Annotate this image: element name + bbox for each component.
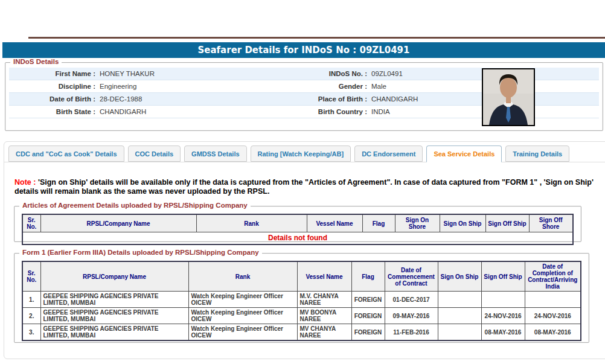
articles-of-agreement-fieldset: Articles of Agreement Details uploaded b… (14, 206, 581, 242)
tab-training-details[interactable]: Training Details (505, 145, 569, 162)
table-row: 3. GEEPEE SHIPPING AGENCIES PRIVATE LIMI… (22, 324, 581, 341)
birth-state-value: CHANDIGARH (100, 108, 287, 115)
sr-no-cell: 2. (22, 308, 40, 324)
col-flag: Flag (351, 261, 385, 292)
col-sign-on-shore: Sign On Shore (395, 214, 440, 232)
form1-details-table: Sr. No. RPSL/Company Name Rank Vessel Na… (22, 261, 581, 341)
col-sign-off-ship: Sign Off Ship (485, 214, 529, 232)
col-vessel-name: Vessel Name (307, 214, 362, 232)
tab-sea-service-details[interactable]: Sea Service Details (426, 145, 502, 162)
vessel-cell: MV CHANYA NAREE (297, 324, 351, 341)
sign-on-ship-cell (438, 292, 481, 308)
completion-cell: 08-MAY-2016 (525, 324, 581, 341)
col-rank: Rank (188, 261, 297, 292)
first-name-value: HONEY THAKUR (100, 70, 287, 77)
indos-details-legend: INDoS Details (10, 58, 62, 65)
sign-on-ship-cell (438, 308, 481, 324)
col-sign-on-ship: Sign On Ship (440, 214, 485, 232)
sign-off-ship-cell (481, 292, 525, 308)
sign-off-ship-cell: 24-NOV-2016 (481, 308, 525, 324)
flag-cell: FOREIGN (351, 308, 385, 324)
seafarer-details-page: Seafarer Details for INDoS No : 09ZL0491… (0, 0, 605, 364)
vessel-cell: MV BOONYA NAREE (297, 308, 351, 324)
col-vessel-name: Vessel Name (297, 261, 351, 292)
gender-label: Gender : (287, 83, 371, 90)
first-name-label: First Name : (9, 70, 100, 77)
discipline-label: Discipline : (9, 83, 100, 90)
sr-no-cell: 3. (22, 324, 40, 341)
dob-label: Date of Birth : (9, 95, 100, 103)
table-row: 2. GEEPEE SHIPPING AGENCIES PRIVATE LIMI… (22, 308, 581, 324)
col-flag: Flag (362, 214, 395, 232)
details-not-found-text: Details not found (22, 232, 573, 245)
rank-cell: Watch Keeping Engineer Officer OICEW (188, 292, 297, 308)
col-rpsl-company-name: RPSL/Company Name (40, 214, 196, 232)
vessel-cell: M.V. CHANYA NAREE (297, 292, 351, 308)
table-header-row: Sr. No. RPSL/Company Name Rank Vessel Na… (22, 261, 581, 292)
indos-details-fieldset: INDoS Details First Name : HONEY THAKUR … (5, 62, 603, 131)
place-of-birth-label: Place of Birth : (287, 95, 371, 103)
sign-off-ship-cell: 08-MAY-2016 (481, 324, 525, 341)
completion-cell (525, 292, 581, 308)
page-title: Seafarer Details for INDoS No : 09ZL0491 (2, 42, 605, 58)
sign-on-ship-cell (438, 324, 481, 341)
indos-no-label: INDoS No. : (287, 70, 371, 77)
table-row: 1. GEEPEE SHIPPING AGENCIES PRIVATE LIMI… (22, 292, 581, 308)
col-rank: Rank (196, 214, 307, 232)
commencement-cell: 09-MAY-2016 (385, 308, 438, 324)
company-cell: GEEPEE SHIPPING AGENCIES PRIVATE LIMITED… (40, 308, 188, 324)
tab-content-panel: CDC and "CoC as Cook" Details COC Detail… (4, 141, 605, 359)
col-date-of-commencement: Date of Commencement of Contract (385, 261, 438, 292)
col-sign-off-shore: Sign Off Shore (529, 214, 573, 232)
articles-of-agreement-legend: Articles of Agreement Details uploaded b… (19, 202, 251, 209)
table-header-row: Sr. No. RPSL/Company Name Rank Vessel Na… (22, 214, 573, 232)
form1-details-legend: Form 1 (Earlier Form IIIA) Details uploa… (19, 249, 262, 256)
col-sign-off-ship: Sign Off Ship (481, 261, 525, 292)
sr-no-cell: 1. (22, 292, 40, 308)
empty-result-row: Details not found (22, 232, 573, 245)
tab-gmdss-details[interactable]: GMDSS Details (184, 145, 246, 162)
tab-cdc-coc-cook-details[interactable]: CDC and "CoC as Cook" Details (8, 145, 124, 162)
seafarer-photo (482, 68, 535, 126)
company-cell: GEEPEE SHIPPING AGENCIES PRIVATE LIMITED… (40, 324, 188, 341)
col-sign-on-ship: Sign On Ship (438, 261, 481, 292)
col-rpsl-company-name: RPSL/Company Name (40, 261, 188, 292)
rank-cell: Watch Keeping Engineer Officer OICEW (188, 324, 297, 341)
completion-cell: 24-NOV-2016 (525, 308, 581, 324)
tab-dc-endorsement[interactable]: DC Endorsement (354, 145, 423, 162)
rank-cell: Watch Keeping Engineer Officer OICEW (188, 308, 297, 324)
flag-cell: FOREIGN (351, 292, 385, 308)
dob-value: 28-DEC-1988 (100, 95, 287, 103)
note-label: Note : (14, 178, 36, 187)
birth-country-label: Birth Country : (287, 108, 371, 115)
sign-on-ship-note: Note : 'Sign on Ship' details will be av… (14, 178, 595, 196)
discipline-value: Engineering (100, 83, 287, 90)
tab-coc-details[interactable]: COC Details (128, 145, 181, 162)
articles-of-agreement-table: Sr. No. RPSL/Company Name Rank Vessel Na… (22, 214, 574, 245)
note-text: 'Sign on Ship' details will be available… (14, 178, 594, 196)
commencement-cell: 11-FEB-2016 (385, 324, 438, 341)
col-date-of-completion: Date of Completion of Contract/Arriving … (525, 261, 581, 292)
flag-cell: FOREIGN (351, 324, 385, 341)
banner-separator-line (28, 37, 605, 39)
tab-bar: CDC and "CoC as Cook" Details COC Detail… (4, 142, 605, 162)
tab-rating-watch-keeping-ab[interactable]: Rating [Watch Keeping/AB] (251, 145, 351, 162)
col-sr-no: Sr. No. (22, 214, 40, 232)
birth-state-label: Birth State : (9, 108, 100, 115)
commencement-cell: 01-DEC-2017 (385, 292, 438, 308)
company-cell: GEEPEE SHIPPING AGENCIES PRIVATE LIMITED… (40, 292, 188, 308)
form1-details-fieldset: Form 1 (Earlier Form IIIA) Details uploa… (14, 253, 589, 343)
col-sr-no: Sr. No. (22, 261, 40, 292)
